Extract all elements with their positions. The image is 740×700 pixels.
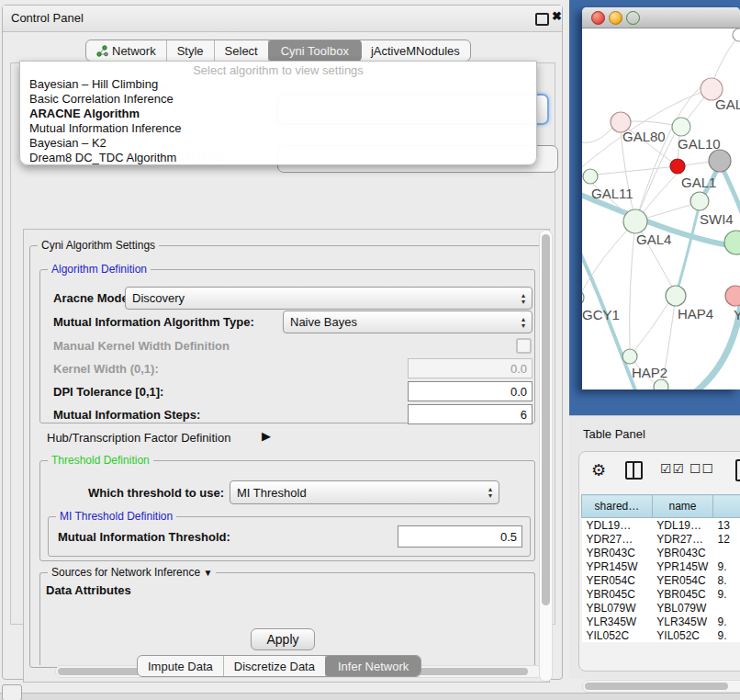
network-node[interactable] (670, 159, 685, 174)
network-node[interactable] (733, 28, 740, 41)
table-row[interactable]: YDR27…YDR27…12 (582, 532, 740, 546)
new-column-icon[interactable] (735, 459, 740, 481)
network-window-titlebar[interactable] (582, 7, 740, 28)
kernel-width-field[interactable]: 0.0 (408, 358, 533, 378)
hub-expand-arrow-icon[interactable]: ▶ (262, 429, 271, 443)
cell[interactable]: YDR27… (652, 532, 712, 546)
table-h-scrollbar[interactable] (582, 680, 740, 693)
table-row[interactable]: YLR345WYLR345W9. (582, 615, 740, 628)
zoom-traffic-icon[interactable] (626, 11, 640, 25)
table-row[interactable]: YBL079WYBL079W (582, 601, 740, 615)
tab-cyni-toolbox[interactable]: Cyni Toolbox (268, 40, 362, 62)
cell[interactable]: YLR345W (582, 615, 653, 628)
tab-discretize-data[interactable]: Discretize Data (224, 656, 326, 676)
table-row[interactable]: YDL19…YDL19…13 (582, 518, 740, 533)
cell[interactable]: YBR045C (652, 587, 712, 601)
cell[interactable]: YDL19… (652, 518, 712, 533)
algorithm-option[interactable]: Mutual Information Inference (20, 121, 536, 136)
mi-threshold-field[interactable]: 0.5 (398, 525, 522, 548)
network-node-gal10[interactable] (672, 118, 690, 136)
network-node-y[interactable] (725, 286, 740, 306)
cell[interactable]: 9. (713, 587, 740, 601)
algorithm-option[interactable]: Dream8 DC_TDC Algorithm (20, 151, 536, 165)
which-threshold-combobox[interactable]: MI Threshold ▴▾ (230, 480, 499, 504)
network-node-gal11[interactable] (583, 169, 598, 184)
network-edge[interactable] (635, 135, 674, 221)
cell[interactable]: 13 (713, 518, 740, 533)
network-node[interactable] (709, 150, 731, 172)
cell[interactable]: 9. (713, 559, 740, 573)
network-canvas[interactable]: GAL80GAL10GALGAL1GAL11GAL4SWI4GCY1HAP4YH… (582, 28, 740, 390)
table-row[interactable]: YBR045CYBR045C9. (582, 587, 740, 601)
float-window-icon[interactable] (535, 13, 549, 26)
algorithm-option[interactable]: Bayesian – Hill Climbing (20, 77, 536, 92)
settings-v-scrollbar-thumb[interactable] (542, 234, 550, 605)
cell[interactable]: YDR27… (582, 532, 653, 546)
cell[interactable]: YIL052C (652, 628, 712, 642)
table-row[interactable]: YER054CYER054C8. (582, 573, 740, 587)
deselect-all-checks-icon[interactable]: ☐☐ (690, 461, 714, 476)
cell[interactable] (713, 546, 740, 559)
network-edge[interactable] (712, 35, 739, 83)
network-edge[interactable] (630, 221, 635, 349)
close-traffic-icon[interactable] (591, 11, 605, 25)
cell[interactable]: YER054C (652, 573, 712, 587)
cell[interactable]: YBL079W (582, 601, 653, 615)
network-edge[interactable] (582, 221, 635, 294)
network-node-hap2[interactable] (622, 349, 637, 364)
columns-icon[interactable] (625, 461, 643, 480)
algorithm-option[interactable]: Bayesian – K2 (20, 136, 536, 151)
column-header[interactable]: shared… (582, 495, 653, 518)
mi-algorithm-type-combobox[interactable]: Naive Bayes ▴▾ (283, 310, 533, 333)
network-edge[interactable] (630, 303, 668, 356)
mi-steps-field[interactable]: 6 (408, 404, 533, 424)
table-row[interactable]: YPR145WYPR145W9. (582, 559, 740, 573)
network-node-gal1[interactable] (690, 192, 709, 210)
network-node-swi4[interactable] (724, 231, 740, 254)
cell[interactable]: 9. (713, 628, 740, 642)
algorithm-option[interactable]: Basic Correlation Inference (20, 92, 536, 107)
settings-v-scrollbar[interactable] (539, 230, 553, 682)
column-header[interactable] (713, 495, 740, 518)
cell[interactable]: 12 (713, 532, 740, 546)
dpi-tolerance-field[interactable]: 0.0 (408, 381, 533, 401)
cell[interactable]: YBR043C (652, 546, 712, 559)
cell[interactable] (713, 601, 740, 615)
table-row[interactable]: YIL052CYIL052C9. (582, 628, 740, 642)
cell[interactable]: YDL19… (582, 518, 653, 533)
cell[interactable]: YLR345W (652, 615, 712, 628)
manual-kernel-width-checkbox[interactable] (516, 338, 532, 354)
cell[interactable]: YIL052C (582, 628, 653, 642)
select-all-checks-icon[interactable]: ☑☑ (660, 461, 685, 476)
bottom-left-button[interactable] (2, 684, 22, 700)
tab-network[interactable]: Network (86, 40, 167, 61)
network-edge[interactable] (676, 204, 700, 296)
cell[interactable]: YBL079W (652, 601, 712, 615)
network-edge[interactable] (597, 166, 678, 175)
network-node[interactable] (654, 379, 668, 390)
cell[interactable]: 8. (713, 573, 740, 587)
tab-infer-network[interactable]: Infer Network (325, 655, 421, 677)
cell[interactable]: YER054C (582, 573, 653, 587)
network-edge[interactable] (582, 127, 613, 142)
network-node-gal4[interactable] (623, 209, 647, 233)
gear-icon[interactable]: ⚙ (591, 460, 606, 480)
tab-select[interactable]: Select (215, 40, 269, 61)
algorithm-option-selected[interactable]: ARACNE Algorithm (20, 107, 536, 121)
aracne-mode-combobox[interactable]: Discovery ▴▾ (125, 287, 533, 310)
cell[interactable]: 9. (713, 615, 740, 628)
cell[interactable]: YBR045C (582, 587, 653, 601)
minimize-traffic-icon[interactable] (609, 11, 622, 25)
network-canvas-area[interactable]: GAL80GAL10GALGAL1GAL11GAL4SWI4GCY1HAP4YH… (582, 28, 740, 390)
tab-jactivemnodules[interactable]: jActiveMNodules (361, 40, 470, 61)
collapse-arrow-icon[interactable]: ▼ (203, 568, 212, 578)
column-header[interactable]: name (652, 495, 712, 518)
apply-button[interactable]: Apply (251, 628, 315, 650)
network-node-gcy1[interactable] (582, 289, 584, 306)
cell[interactable]: YBR043C (582, 546, 653, 559)
tab-style[interactable]: Style (167, 40, 215, 61)
close-icon[interactable]: ✖ (552, 9, 562, 23)
network-edge[interactable] (621, 132, 635, 221)
network-node-hap4[interactable] (666, 286, 686, 306)
table-h-scrollbar-thumb[interactable] (585, 683, 728, 690)
